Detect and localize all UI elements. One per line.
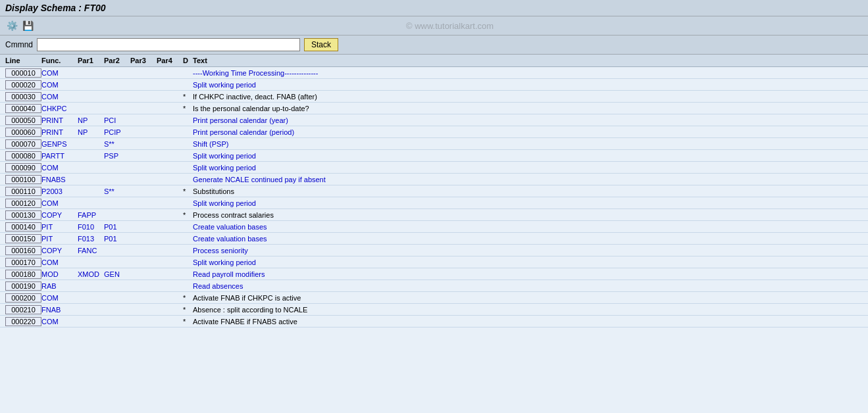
settings-icon[interactable]: ⚙️ <box>5 19 18 32</box>
cell-line: 000140 <box>5 222 41 231</box>
table-header: Line Func. Par1 Par2 Par3 Par4 D Text <box>0 55 868 67</box>
cell-text: Process seniority <box>193 247 863 255</box>
command-input[interactable] <box>37 38 300 51</box>
cell-text: Split working period <box>193 152 863 160</box>
table-row[interactable]: 000180MODXMODGENRead payroll modifiers <box>0 268 868 280</box>
table-row[interactable]: 000080PARTTPSPSplit working period <box>0 150 868 162</box>
col-func: Func. <box>41 57 78 64</box>
cell-func: COM <box>41 93 78 101</box>
table-row[interactable]: 000140PITF010P01Create valuation bases <box>0 221 868 233</box>
cell-line: 000080 <box>5 151 41 160</box>
cell-text: Substitutions <box>193 187 863 195</box>
cell-line: 000070 <box>5 139 41 149</box>
cell-func: COPY <box>41 247 78 255</box>
cell-line: 000190 <box>5 281 41 291</box>
cell-line: 000090 <box>5 163 41 172</box>
stack-button[interactable]: Stack <box>304 38 338 51</box>
cell-par1: FAPP <box>78 211 104 219</box>
cell-par2: S** <box>104 187 130 195</box>
cell-d: * <box>183 318 193 326</box>
table-row[interactable]: 000020COMSplit working period <box>0 79 868 91</box>
table-row[interactable]: 000200COM*Activate FNAB if CHKPC is acti… <box>0 292 868 304</box>
cell-func: RAB <box>41 282 78 290</box>
cell-par2: P01 <box>104 223 130 231</box>
main-content: Line Func. Par1 Par2 Par3 Par4 D Text 00… <box>0 55 868 413</box>
save-icon[interactable]: 💾 <box>21 19 34 32</box>
cell-func: COM <box>41 81 78 89</box>
title-bar: Display Schema : FT00 <box>0 0 868 16</box>
table-row[interactable]: 000060PRINTNPPCIPPrint personal calendar… <box>0 126 868 138</box>
cell-par1: NP <box>78 128 104 136</box>
table-row[interactable]: 000130COPYFAPP*Process contract salaries <box>0 209 868 221</box>
cell-line: 000150 <box>5 234 41 243</box>
col-line: Line <box>5 57 41 64</box>
cell-text: Split working period <box>193 199 863 207</box>
table-row[interactable]: 000160COPYFANCProcess seniority <box>0 245 868 256</box>
table-row[interactable]: 000040CHKPC*Is the personal calendar up-… <box>0 103 868 114</box>
cell-text: If CHKPC inactive, deact. FNAB (after) <box>193 93 863 101</box>
table-row[interactable]: 000100FNABSGenerate NCALE continued pay … <box>0 174 868 185</box>
cell-func: COM <box>41 199 78 207</box>
table-row[interactable]: 000110P2003S***Substitutions <box>0 185 868 197</box>
table-row[interactable]: 000150PITF013P01Create valuation bases <box>0 233 868 245</box>
cell-text: Generate NCALE continued pay if absent <box>193 176 863 183</box>
cell-par2: PCIP <box>104 128 130 136</box>
table-row[interactable]: 000220COM*Activate FNABE if FNABS active <box>0 316 868 328</box>
table-row[interactable]: 000120COMSplit working period <box>0 197 868 209</box>
cell-text: Activate FNABE if FNABS active <box>193 318 863 326</box>
cell-d: * <box>183 211 193 219</box>
table-row[interactable]: 000030COM*If CHKPC inactive, deact. FNAB… <box>0 91 868 103</box>
cell-line: 000120 <box>5 199 41 208</box>
table-row[interactable]: 000090COMSplit working period <box>0 162 868 174</box>
cell-line: 000030 <box>5 92 41 101</box>
table-row[interactable]: 000190RABRead absences <box>0 280 868 292</box>
col-par2: Par2 <box>104 57 130 64</box>
cell-func: PARTT <box>41 152 78 160</box>
cell-text: Split working period <box>193 164 863 172</box>
table-row[interactable]: 000010COM----Working Time Processing----… <box>0 67 868 79</box>
cell-text: Read absences <box>193 282 863 290</box>
cell-par1: XMOD <box>78 270 104 278</box>
cell-text: Create valuation bases <box>193 235 863 243</box>
cell-line: 000050 <box>5 116 41 125</box>
cell-func: COPY <box>41 211 78 219</box>
cell-text: Read payroll modifiers <box>193 270 863 278</box>
table-row[interactable]: 000070GENPSS**Shift (PSP) <box>0 138 868 150</box>
cell-func: MOD <box>41 270 78 278</box>
cell-par2: S** <box>104 140 130 148</box>
cell-par2: PSP <box>104 152 130 160</box>
cell-line: 000180 <box>5 270 41 279</box>
cell-func: PIT <box>41 223 78 231</box>
cell-par2: P01 <box>104 235 130 243</box>
table-row[interactable]: 000050PRINTNPPCIPrint personal calendar … <box>0 114 868 126</box>
cell-func: FNABS <box>41 176 78 183</box>
cell-line: 000110 <box>5 187 41 196</box>
cell-text: Create valuation bases <box>193 223 863 231</box>
cell-func: COM <box>41 318 78 326</box>
cell-d: * <box>183 187 193 195</box>
cell-line: 000020 <box>5 80 41 89</box>
cell-line: 000220 <box>5 317 41 326</box>
table-row[interactable]: 000170COMSplit working period <box>0 256 868 268</box>
cell-par1: FANC <box>78 247 104 255</box>
cell-text: Print personal calendar (period) <box>193 128 863 136</box>
cell-line: 000130 <box>5 210 41 220</box>
cell-func: CHKPC <box>41 105 78 112</box>
cell-par1: F010 <box>78 223 104 231</box>
title-text: Display Schema : FT00 <box>5 3 106 13</box>
cell-par2: PCI <box>104 116 130 124</box>
cell-func: COM <box>41 69 78 77</box>
cell-d: * <box>183 306 193 314</box>
cell-func: PIT <box>41 235 78 243</box>
cell-func: P2003 <box>41 187 78 195</box>
cell-par1: NP <box>78 116 104 124</box>
cell-func: COM <box>41 294 78 302</box>
cell-func: PRINT <box>41 116 78 124</box>
col-d: D <box>183 57 193 64</box>
cell-par2: GEN <box>104 270 130 278</box>
command-bar: Cmmnd Stack <box>0 36 868 55</box>
table-row[interactable]: 000210FNAB*Absence : split according to … <box>0 304 868 316</box>
cell-func: PRINT <box>41 128 78 136</box>
cell-text: ----Working Time Processing-------------… <box>193 69 863 77</box>
cell-line: 000210 <box>5 305 41 314</box>
